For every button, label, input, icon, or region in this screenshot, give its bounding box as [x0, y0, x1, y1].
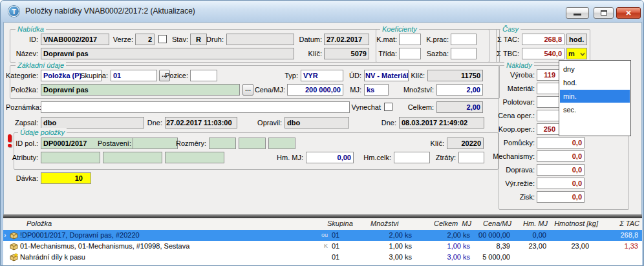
- mechanismy-label: Mechanismy:: [470, 150, 535, 162]
- verze-field: 2: [135, 34, 155, 45]
- nazev-label: Název:: [6, 48, 38, 59]
- zisk-label: Zisk:: [470, 191, 535, 203]
- rozmery-field-3[interactable]: [268, 138, 295, 149]
- hmmj-field[interactable]: 0,00: [306, 152, 354, 163]
- cell-celkem: 2,00 ks: [417, 230, 471, 241]
- davka-label: Dávka:: [6, 172, 38, 184]
- pomucky-label: Pomůcky:: [470, 137, 535, 148]
- polozka-field[interactable]: Dopravní pas: [41, 84, 240, 96]
- header-hm-mj[interactable]: Hm. MJ: [515, 220, 548, 229]
- poznamka-label: Poznámka:: [6, 101, 38, 113]
- cell-mnozstvi: 1,00 ks: [359, 241, 413, 252]
- zapsal-field: dbo: [41, 117, 144, 128]
- items-grid: Položka Skupina Množstvi Celkem MJ Cena/…: [3, 214, 642, 266]
- cell-celkem: 1,00 ks: [417, 241, 471, 252]
- kategorie-label: Kategorie:: [6, 70, 38, 81]
- sazba-label: Sazba:: [416, 48, 449, 59]
- celkem-label: Celkem:: [394, 101, 434, 113]
- kprac-field[interactable]: [451, 34, 477, 45]
- zisk-field: 0,0: [537, 191, 585, 203]
- window-title: Položky nabídky VNAB0002/2017:2 (Aktuali…: [25, 6, 195, 15]
- tac-field: 268,8: [522, 34, 564, 45]
- stav-label: Stav:: [156, 34, 188, 45]
- cell-tac: [601, 252, 639, 263]
- cell-hmmj: [515, 252, 548, 263]
- polozka-label: Položka:: [6, 84, 38, 96]
- cell-skupina: 01: [332, 252, 339, 263]
- atributy-field-2[interactable]: [103, 152, 162, 163]
- expander-icon[interactable]: ›: [4, 230, 6, 241]
- cell-hmmj: 23,00: [515, 241, 548, 252]
- vynechat-checkbox[interactable]: [384, 103, 392, 111]
- maximize-icon: [601, 10, 607, 15]
- sazba-field[interactable]: [451, 48, 477, 59]
- tbc-label: Σ TBC:: [483, 48, 519, 59]
- minimize-icon: [574, 14, 581, 15]
- atributy-label: Atributy:: [6, 152, 38, 163]
- cell-polozka: 01-Mechanismus, 01-Mechanismus, #10998, …: [20, 241, 189, 252]
- vyroba-label: Výroba:: [470, 69, 535, 81]
- package-icon: [10, 242, 18, 251]
- cell-tac: 268,8: [601, 230, 639, 241]
- header-mnozstvi[interactable]: Množstvi: [370, 220, 398, 229]
- group-nabidka-caption: Nabídka: [16, 25, 46, 34]
- mj-label: MJ:: [329, 84, 361, 96]
- unit-option-sec[interactable]: sec.: [560, 103, 630, 116]
- pozice-label: Pozice:: [155, 70, 188, 81]
- maximize-button[interactable]: [594, 7, 614, 19]
- skupina-field[interactable]: 01: [111, 70, 157, 81]
- unit-option-hod[interactable]: hod.: [560, 76, 630, 89]
- app-icon: T: [8, 6, 19, 17]
- doprava-label: Doprava:: [470, 164, 535, 176]
- table-row-2[interactable]: 01-Mechanismus, 01-Mechanismus, #10998, …: [3, 241, 642, 252]
- trida-label: Třída:: [365, 48, 397, 59]
- davka-field[interactable]: 10: [41, 172, 91, 184]
- table-row-3[interactable]: Nahrádní díly k pasu 01 3,00 ks 3,00 ks …: [3, 252, 642, 263]
- header-skupina[interactable]: Skupina: [327, 220, 353, 229]
- cell-polozka: !DP0001/2017, Dopravní pas, #20220: [20, 230, 140, 241]
- vynechat-label: Vynechat: [345, 101, 381, 113]
- unit-option-dny[interactable]: dny: [560, 63, 630, 76]
- cell-hmmj: 0,00: [515, 230, 548, 241]
- minimize-button[interactable]: [566, 7, 589, 19]
- unit-option-min[interactable]: min.: [560, 90, 630, 103]
- rozmery-field-2[interactable]: [239, 138, 266, 149]
- opravil-label: Opravil:: [250, 117, 282, 128]
- cell-polozka: Nahrádní díly k pasu: [20, 252, 85, 263]
- header-sum-tac[interactable]: Σ TAC: [601, 220, 639, 229]
- header-hmotnost[interactable]: Hmotnost [kg]: [550, 220, 598, 229]
- cell-tac: 1,33: [601, 241, 639, 252]
- header-polozka[interactable]: Položka: [27, 220, 52, 229]
- group-naklady-caption: Náklady: [504, 61, 534, 70]
- rozmery-field-1[interactable]: [209, 138, 236, 149]
- tbc-field: 540,0: [522, 48, 564, 59]
- atributy-field-1[interactable]: [41, 152, 100, 163]
- atributy-field-3[interactable]: [165, 152, 224, 163]
- cell-hmotnost: 23,00: [550, 241, 590, 252]
- pozice-field[interactable]: [190, 70, 217, 81]
- tac-unit-box: hod.: [566, 34, 587, 45]
- vyr-rezie-field: 0,0: [537, 178, 585, 189]
- table-row-4[interactable]: [3, 263, 642, 266]
- title-bar: T Položky nabídky VNAB0002/2017:2 (Aktua…: [1, 1, 644, 22]
- group-zakladni-caption: Základní údaje: [16, 61, 66, 70]
- postaveni-label: Postavení:: [98, 138, 130, 149]
- klic-nabidka-label: Klíč:: [288, 48, 322, 59]
- koop-oper-label: Koop.oper.:: [470, 123, 535, 135]
- table-row-1[interactable]: › !DP0001/2017, Dopravní pas, #20220 ou …: [3, 230, 642, 241]
- mj-field[interactable]: ks: [364, 84, 389, 96]
- rozmery-label: Rozměry:: [167, 138, 206, 149]
- poznamka-field[interactable]: [41, 101, 350, 113]
- header-celkem-mj[interactable]: Celkem MJ: [417, 220, 471, 229]
- app-window: T Položky nabídky VNAB0002/2017:2 (Aktua…: [0, 0, 644, 266]
- cell-cena: 8,39: [478, 241, 511, 252]
- header-cena-mj[interactable]: Cena/MJ: [478, 220, 511, 229]
- cell-mnozstvi: 3,00 ks: [359, 252, 413, 263]
- close-button[interactable]: ✕: [616, 7, 641, 19]
- cell-celkem: 3,00 ks: [417, 252, 471, 263]
- dne2-label: Dne:: [364, 117, 396, 128]
- package-icon: [10, 231, 18, 240]
- vyr-rezie-label: Výr.režie:: [470, 178, 535, 189]
- chevron-down-icon: [580, 52, 585, 57]
- tbc-unit-combobox[interactable]: m: [566, 48, 587, 59]
